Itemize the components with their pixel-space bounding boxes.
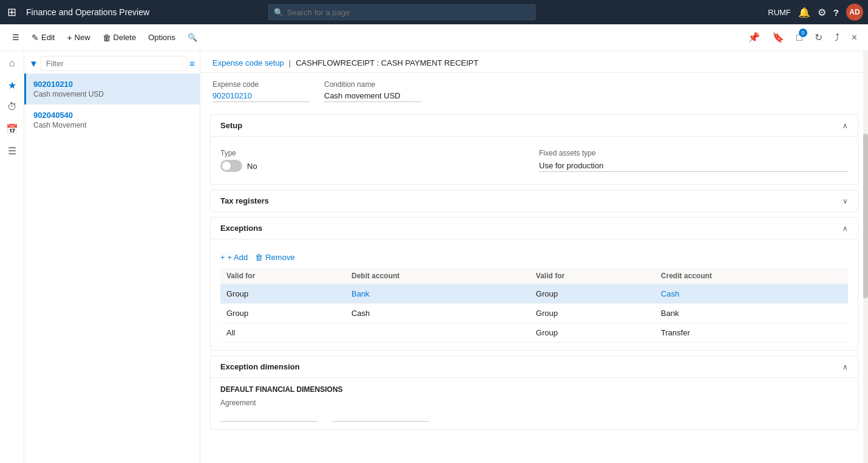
- new-button[interactable]: + New: [62, 30, 95, 45]
- badge-button[interactable]: □ 0: [793, 30, 806, 46]
- list-item-name: Cash Movement: [33, 121, 192, 129]
- user-name: RUMF: [768, 8, 791, 17]
- list-item-code: 902040540: [33, 111, 192, 120]
- add-icon: +: [220, 253, 225, 262]
- fixed-assets-value[interactable]: Use for production: [539, 160, 848, 172]
- col-valid-for-2: Valid for: [530, 268, 655, 284]
- valid-for-1-cell: All: [220, 323, 345, 343]
- add-exception-button[interactable]: + + Add: [220, 252, 248, 263]
- exception-dimension-header[interactable]: Exception dimension ∧: [211, 356, 858, 378]
- tax-registers-section-header[interactable]: Tax registers ∨: [211, 190, 858, 211]
- remove-exception-button[interactable]: 🗑 Remove: [255, 252, 294, 263]
- refresh-button[interactable]: ↻: [811, 29, 826, 46]
- condition-name-field: Condition name Cash movement USD: [324, 80, 421, 102]
- list-filter-input[interactable]: [41, 56, 187, 71]
- pin-button[interactable]: 📌: [744, 29, 764, 46]
- valid-for-2-cell: Group: [530, 323, 655, 343]
- debit-account-cell: Bank: [345, 284, 530, 304]
- settings-icon[interactable]: ⚙: [818, 7, 826, 18]
- list-item-code: 902010210: [33, 80, 192, 89]
- hamburger-button[interactable]: ☰: [7, 30, 24, 44]
- valid-for-2-cell: Group: [530, 304, 655, 323]
- toolbar: ☰ ✎ Edit + New 🗑 Delete Options 🔍 📌 🔖 □ …: [0, 24, 868, 51]
- avatar[interactable]: AD: [846, 4, 863, 21]
- valid-for-1-cell: Group: [220, 284, 345, 304]
- list-panel-header: ▼ ≡: [24, 51, 200, 74]
- exception-dimension-chevron-icon: ∧: [843, 363, 848, 371]
- type-toggle[interactable]: [220, 160, 242, 172]
- col-valid-for-1: Valid for: [220, 268, 345, 284]
- type-field: Type No: [220, 149, 529, 172]
- grid-icon[interactable]: ⊞: [5, 3, 19, 21]
- tax-registers-section: Tax registers ∨: [210, 190, 858, 212]
- form-row: Expense code 902010210 Condition name Ca…: [200, 73, 868, 109]
- tax-registers-chevron-icon: ∨: [843, 197, 848, 205]
- default-financial-dimensions-label: DEFAULT FINANCIAL DIMENSIONS: [220, 385, 848, 394]
- edit-button[interactable]: ✎ Edit: [27, 30, 59, 45]
- debit-account-cell: [345, 323, 530, 343]
- search-box[interactable]: 🔍: [268, 4, 535, 20]
- condition-name-label: Condition name: [324, 80, 421, 89]
- top-nav: ⊞ Finance and Operations Preview 🔍 RUMF …: [0, 0, 868, 24]
- edit-icon: ✎: [32, 33, 39, 43]
- tax-registers-title: Tax registers: [220, 196, 269, 205]
- list-panel: ▼ ≡ 902010210 Cash movement USD 90204054…: [24, 51, 200, 463]
- toggle-container: No: [220, 160, 529, 172]
- setup-section: Setup ∧ Type No Fixed ass: [210, 114, 858, 185]
- toolbar-right: 📌 🔖 □ 0 ↻ ⤴ ×: [744, 29, 861, 46]
- exception-dimension-content: DEFAULT FINANCIAL DIMENSIONS Agreement: [211, 378, 858, 429]
- dim-input-2[interactable]: [332, 410, 429, 422]
- setup-section-title: Setup: [220, 121, 242, 130]
- setup-chevron-icon: ∧: [843, 122, 848, 130]
- setup-section-header[interactable]: Setup ∧: [211, 115, 858, 137]
- remove-icon: 🗑: [255, 253, 263, 262]
- valid-for-2-cell: Group: [530, 284, 655, 304]
- exception-dimension-section: Exception dimension ∧ DEFAULT FINANCIAL …: [210, 355, 858, 430]
- sidebar-home-button[interactable]: ⌂: [2, 53, 22, 73]
- list-item[interactable]: 902010210 Cash movement USD: [24, 74, 200, 105]
- search-toolbar-icon: 🔍: [188, 33, 197, 42]
- table-row[interactable]: All Group Transfer: [220, 323, 848, 343]
- close-button[interactable]: ×: [848, 30, 861, 46]
- breadcrumb-current: CASHFLOWRECEIPT : CASH PAYMENT RECEIPT: [296, 58, 478, 67]
- expense-code-label: Expense code: [212, 80, 310, 89]
- new-icon: +: [67, 33, 72, 43]
- exceptions-section-header[interactable]: Exceptions ∧: [211, 218, 858, 239]
- expand-button[interactable]: ⤴: [831, 30, 843, 46]
- col-credit-account: Credit account: [655, 268, 848, 284]
- sidebar-calendar-button[interactable]: 📅: [2, 119, 22, 139]
- exceptions-section: Exceptions ∧ + + Add 🗑 Remove: [210, 217, 858, 351]
- table-row[interactable]: Group Cash Group Bank: [220, 304, 848, 323]
- type-label: Type: [220, 149, 529, 157]
- exceptions-chevron-icon: ∧: [843, 224, 848, 233]
- sidebar-clock-button[interactable]: ⏱: [2, 97, 22, 117]
- fixed-assets-label: Fixed assets type: [539, 149, 848, 157]
- sidebar-star-button[interactable]: ★: [2, 75, 22, 95]
- list-item-name: Cash movement USD: [33, 90, 192, 98]
- list-item[interactable]: 902040540 Cash Movement: [24, 105, 200, 135]
- toggle-label: No: [247, 162, 257, 171]
- breadcrumb-separator: |: [289, 58, 291, 67]
- scrollbar-track[interactable]: [863, 51, 868, 463]
- search-input[interactable]: [287, 8, 530, 17]
- condition-name-value[interactable]: Cash movement USD: [324, 90, 421, 102]
- scrollbar-thumb[interactable]: [863, 134, 868, 298]
- search-button[interactable]: 🔍: [183, 30, 202, 44]
- list-filter-icon[interactable]: ▼: [29, 58, 38, 69]
- bell-icon[interactable]: 🔔: [798, 7, 810, 18]
- bookmark-button[interactable]: 🔖: [768, 29, 788, 46]
- delete-button[interactable]: 🗑 Delete: [98, 30, 141, 45]
- col-debit-account: Debit account: [345, 268, 530, 284]
- sidebar-list-button[interactable]: ☰: [2, 141, 22, 160]
- expense-code-value[interactable]: 902010210: [212, 90, 310, 102]
- help-icon[interactable]: ?: [833, 7, 839, 18]
- credit-account-cell: Transfer: [655, 323, 848, 343]
- options-button[interactable]: Options: [143, 30, 180, 44]
- exceptions-toolbar: + + Add 🗑 Remove: [220, 247, 848, 268]
- main-layout: ⌂ ★ ⏱ 📅 ☰ ▼ ≡ 902010210 Cash movement US…: [0, 51, 868, 463]
- dim-input-1[interactable]: [220, 410, 317, 422]
- breadcrumb-parent[interactable]: Expense code setup: [212, 58, 284, 67]
- table-row[interactable]: Group Bank Group Cash: [220, 284, 848, 304]
- list-group-icon[interactable]: ≡: [189, 58, 195, 69]
- exceptions-content: + + Add 🗑 Remove Valid for Debit account…: [211, 239, 858, 350]
